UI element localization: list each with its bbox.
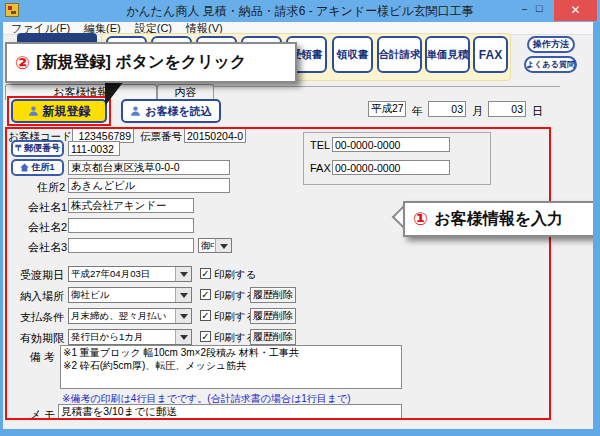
annotation-form-highlight	[5, 127, 551, 420]
load-customer-label: お客様を読込	[145, 104, 212, 119]
doc-button-fax[interactable]: FAX	[473, 36, 508, 73]
how-to-button[interactable]: 操作方法	[527, 36, 575, 53]
annotation-step1-callout: ① お客様情報を入力	[403, 201, 597, 237]
day-input[interactable]	[488, 101, 526, 117]
close-button[interactable]: ✕	[554, 0, 597, 21]
maximize-button[interactable]: □	[536, 2, 543, 14]
callout2-tail	[105, 81, 124, 106]
tab-content[interactable]: 内容	[157, 84, 214, 100]
window-border-right	[593, 22, 600, 436]
month-input[interactable]	[428, 101, 466, 117]
step2-number: ②	[15, 54, 30, 72]
window-title: かんたん商人 見積・納品・請求6 - アキンドー様ビル玄関口工事	[0, 3, 600, 20]
month-label: 月	[472, 104, 483, 119]
faq-button[interactable]: よくある質問	[524, 56, 577, 73]
minimize-button[interactable]: －	[519, 2, 530, 17]
step1-text: お客様情報を入力	[434, 209, 563, 230]
person-icon	[130, 105, 141, 117]
title-bar: かんたん商人 見積・納品・請求6 - アキンドー様ビル玄関口工事 － □ ✕	[0, 0, 600, 22]
annotation-step2-callout: ② [新規登録] ボタンをクリック	[5, 42, 297, 83]
doc-button-tanka-mitsumori[interactable]: 単価見積	[425, 36, 470, 73]
window-border-bottom	[0, 429, 600, 436]
era-year-input[interactable]	[368, 101, 406, 117]
doc-button-gokei-seikyu[interactable]: 合計請求	[377, 36, 422, 73]
window-border-left	[0, 22, 3, 436]
step1-number: ①	[413, 210, 428, 228]
year-label: 年	[412, 104, 423, 119]
doc-button-ryoshusho[interactable]: 領収書	[332, 36, 373, 73]
load-customer-button[interactable]: お客様を読込	[121, 99, 221, 123]
day-label: 日	[532, 104, 543, 119]
tab-strip-line	[214, 86, 560, 87]
step2-text: [新規登録] ボタンをクリック	[36, 52, 246, 73]
annotation-newbutton-highlight	[7, 96, 111, 126]
app-window: かんたん商人 見積・納品・請求6 - アキンドー様ビル玄関口工事 － □ ✕ フ…	[0, 0, 600, 436]
